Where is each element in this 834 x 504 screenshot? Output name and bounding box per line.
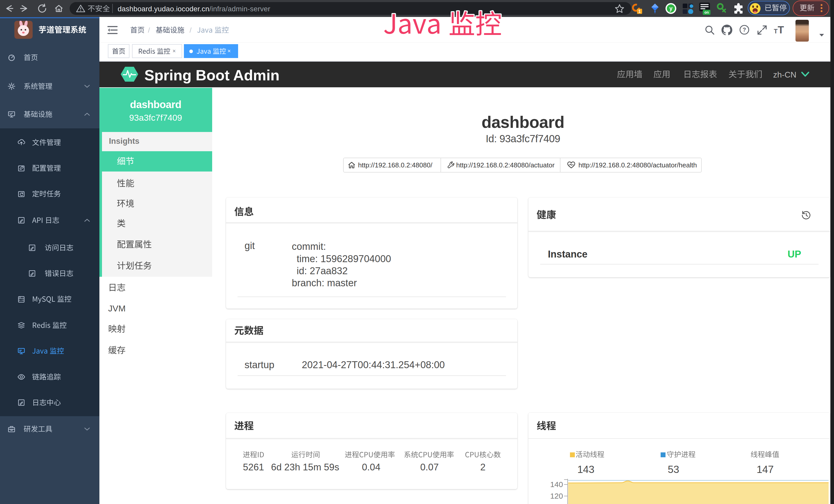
svg-text:T: T bbox=[774, 28, 778, 35]
svg-text:y: y bbox=[670, 5, 673, 12]
svg-text:T: T bbox=[778, 25, 784, 36]
svg-text:1: 1 bbox=[639, 9, 641, 14]
svg-text:on: on bbox=[704, 10, 709, 15]
svg-text:?: ? bbox=[743, 26, 746, 33]
